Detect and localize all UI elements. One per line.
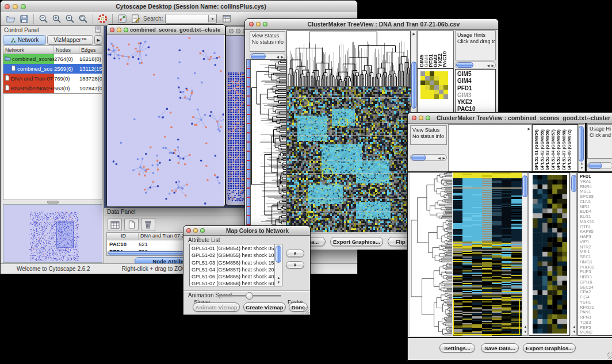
birdseye-view[interactable] <box>3 204 102 263</box>
scrollbar-thumb[interactable] <box>579 126 584 162</box>
export-graphics-button[interactable]: Export Graphics... <box>330 237 383 246</box>
move-up-button[interactable]: ∧ <box>286 250 304 257</box>
tv1-heatmap[interactable] <box>286 87 411 232</box>
create-vizmap-button[interactable]: Create Vizmap <box>243 302 286 312</box>
settings-button[interactable]: Settings... <box>439 343 475 352</box>
resize-grip[interactable] <box>303 307 309 314</box>
column-label[interactable]: PAC10 <box>442 51 447 67</box>
gene-label[interactable]: YKE2 <box>457 99 495 106</box>
scroll-right-icon[interactable]: ▶ <box>281 55 284 59</box>
tab-vizmapper[interactable]: VizMapper™ <box>47 35 93 45</box>
zoom-selected-icon[interactable] <box>63 13 76 25</box>
panel-divider[interactable] <box>585 123 587 173</box>
resize-grip[interactable] <box>607 352 612 359</box>
tv2-column-dendrogram-area[interactable]: ▶ <box>448 124 532 171</box>
scroll-down-icon[interactable]: ▼ <box>580 166 584 170</box>
float-panel-icon[interactable] <box>95 26 101 34</box>
tv2-usage-hscrollbar[interactable] <box>587 162 612 169</box>
attribute-list-vscrollbar[interactable]: ▲ ▼ <box>274 244 282 286</box>
close-button[interactable] <box>229 29 234 33</box>
minimize-button[interactable] <box>236 29 240 33</box>
main-titlebar[interactable]: Cytoscape Desktop (Session Name: collins… <box>1 1 357 13</box>
tv2-labels-vscrollbar[interactable]: ▲ ▼ <box>578 124 584 171</box>
dialog-titlebar[interactable]: Map Colors to Network <box>183 226 310 236</box>
select-attributes-icon[interactable] <box>108 218 122 231</box>
network-view-titlebar[interactable]: combined_scores_good.txt--cluste... <box>107 25 225 35</box>
save-data-button[interactable]: Save Data... <box>481 343 519 352</box>
close-button[interactable] <box>5 4 10 9</box>
scrollbar-thumb[interactable] <box>522 175 527 197</box>
network-plugin-icon[interactable] <box>116 13 129 25</box>
zoom-fit-icon[interactable] <box>76 13 90 25</box>
attribute-browser-icon[interactable] <box>220 13 234 25</box>
search-input[interactable]: ▼ <box>165 14 217 24</box>
tab-overflow-arrow[interactable]: ▶ <box>94 35 102 45</box>
scrollbar-thumb[interactable] <box>456 62 473 68</box>
attribute-item[interactable]: GPL51-01 (GSM854) heat shock 05 min <box>192 245 281 252</box>
scrollbar-thumb[interactable] <box>411 62 416 109</box>
minimize-button[interactable] <box>13 4 18 9</box>
minimize-button[interactable] <box>117 28 121 32</box>
delete-attribute-icon[interactable] <box>141 218 155 231</box>
gene-label[interactable]: GIM4 <box>457 78 495 85</box>
new-attribute-icon[interactable] <box>124 218 139 231</box>
tv2-heatmap-vscrollbar[interactable]: ▲ ▼ <box>522 173 528 336</box>
attribute-item[interactable]: GPL51-03 (GSM856) heat shock 15 min <box>192 259 281 266</box>
scroll-down-icon[interactable]: ▼ <box>524 330 527 334</box>
scroll-up-icon[interactable]: ▲ <box>573 325 576 328</box>
attribute-item[interactable]: GPL51-04 (GSM857) heat shock 20 min <box>192 266 281 273</box>
scroll-left-icon[interactable]: ◀ <box>487 64 489 67</box>
treeview2-titlebar[interactable]: ClusterMaker TreeView : combined_scores_… <box>408 113 612 124</box>
scroll-down-icon[interactable]: ▼ <box>277 281 281 284</box>
tv1-column-dendrogram[interactable] <box>286 30 411 87</box>
search-dropdown-arrow[interactable]: ▼ <box>208 15 216 22</box>
annotation-icon[interactable] <box>129 13 142 25</box>
tv2-zoom-heatmap[interactable] <box>533 175 567 334</box>
help-icon[interactable] <box>96 13 109 25</box>
close-button[interactable] <box>412 116 416 120</box>
maximize-button[interactable] <box>263 22 267 26</box>
zoom-out-icon[interactable] <box>37 13 50 25</box>
scroll-up-icon[interactable]: ▲ <box>277 276 281 279</box>
close-button[interactable] <box>110 28 114 32</box>
treeview1-titlebar[interactable]: ClusterMaker TreeView : DNA and Tran 07-… <box>245 19 498 30</box>
scroll-left-icon[interactable]: ◀ <box>276 55 279 59</box>
network-view-canvas[interactable] <box>107 35 224 206</box>
animation-speed-slider[interactable] <box>218 295 281 297</box>
tv2-status-hscrollbar[interactable]: ◀ ▶ <box>410 154 447 161</box>
network-list-item[interactable]: combined_sco 2569(6) 13112(15) <box>3 64 102 74</box>
gene-label[interactable]: GIM5 <box>457 71 495 78</box>
export-graphics-button[interactable]: Export Graphics... <box>523 343 576 352</box>
network-list-item[interactable]: combined_scores 2764(0) 16218(0) <box>3 54 102 64</box>
slider-thumb[interactable] <box>246 292 253 300</box>
scrollbar-thumb[interactable] <box>411 155 426 160</box>
minimize-button[interactable] <box>256 22 261 26</box>
network-list-item[interactable]: RNAPuberNov2+I 563(0) 107847(0) <box>3 83 102 93</box>
minimize-button[interactable] <box>193 228 198 233</box>
tv2-row-dendrogram[interactable] <box>410 173 453 336</box>
scroll-up-icon[interactable]: ▲ <box>524 325 527 328</box>
gene-label[interactable]: MON2 <box>580 330 612 335</box>
maximize-button[interactable] <box>426 116 430 120</box>
panel-divider-handle[interactable] <box>2 200 104 204</box>
move-down-button[interactable]: ∨ <box>286 261 304 269</box>
tv2-zoom-vscrollbar[interactable]: ▲ ▼ <box>571 173 577 336</box>
scroll-down-icon[interactable]: ▼ <box>573 330 576 334</box>
attribute-item[interactable]: GPL51-07 (GSM868) heat shock 60 min <box>192 280 281 286</box>
tv2-heatmap[interactable] <box>453 173 522 336</box>
scroll-up-icon[interactable]: ▶ <box>413 32 416 36</box>
scroll-right-icon[interactable]: ▶ <box>491 64 494 67</box>
open-session-button[interactable] <box>4 13 17 25</box>
gene-label[interactable]: PFD1 <box>457 85 495 92</box>
close-button[interactable] <box>186 228 191 233</box>
zoom-in-icon[interactable] <box>50 13 63 25</box>
animate-vizmap-button[interactable]: Animate Vizmap <box>193 302 240 312</box>
tv1-usage-hscrollbar[interactable]: ◀ ▶ <box>455 62 496 68</box>
attribute-item[interactable]: GPL51-06 (GSM865) heat shock 40 min <box>192 273 281 280</box>
maximize-button[interactable] <box>21 4 26 9</box>
minimize-button[interactable] <box>419 116 423 120</box>
scroll-left-icon[interactable]: ◀ <box>438 156 441 160</box>
tab-network[interactable]: Network <box>3 35 46 45</box>
network-list-item[interactable]: DNA and Tran 07 769(0) 183728(0) <box>3 74 102 83</box>
attribute-item[interactable]: GPL51-02 (GSM855) heat shock 10 min <box>192 252 281 259</box>
